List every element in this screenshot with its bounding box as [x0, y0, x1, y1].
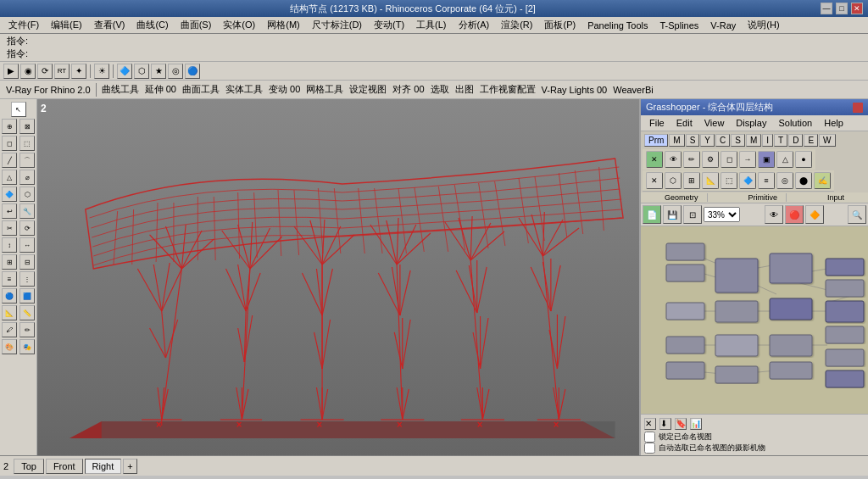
gh-tab-c1[interactable]: C: [715, 134, 730, 147]
tool-e2[interactable]: ⬡: [19, 187, 35, 202]
gh-tab-e1[interactable]: E: [804, 134, 818, 147]
menu-analyze[interactable]: 分析(A): [453, 17, 495, 33]
tool-d2[interactable]: ⌀: [19, 170, 35, 185]
tool-b1[interactable]: ◻: [2, 136, 17, 151]
tool-j2[interactable]: ⋮: [19, 271, 35, 287]
gh-node[interactable]: [826, 280, 864, 297]
gh-icon-pen[interactable]: ✏: [683, 151, 700, 168]
menu-help[interactable]: 说明(H): [743, 17, 784, 33]
menu-dim[interactable]: 尺寸标注(D): [307, 17, 367, 33]
tb-icon-9[interactable]: ◎: [168, 64, 183, 79]
gh-new-btn[interactable]: 📄: [643, 205, 661, 224]
tool-n1[interactable]: 🎨: [2, 339, 17, 354]
gh-node[interactable]: [715, 301, 758, 322]
menu-tsplines[interactable]: T-Splines: [655, 19, 704, 32]
menu-paneling[interactable]: Paneling Tools: [582, 19, 653, 32]
tb2-item-6[interactable]: 设定视图: [347, 83, 389, 96]
gh-search-btn[interactable]: 🔍: [848, 205, 866, 224]
tb2-item-4[interactable]: 变动 00: [266, 83, 303, 96]
gh-icon-tri[interactable]: △: [776, 151, 793, 168]
gh-zoom-extents-btn[interactable]: ⊡: [683, 205, 702, 224]
gh-preview-btn[interactable]: 👁: [765, 205, 783, 224]
tool-f2[interactable]: 🔧: [19, 203, 35, 219]
gh-menu-solution[interactable]: Solution: [773, 117, 817, 129]
gh-tab-w1[interactable]: W: [819, 134, 835, 147]
gh-lock-view-checkbox[interactable]: [644, 432, 655, 443]
gh-icon2-4[interactable]: 📐: [702, 172, 719, 189]
tb2-item-9[interactable]: 出图: [453, 83, 476, 96]
tb2-item-3[interactable]: 实体工具: [223, 83, 265, 96]
gh-node[interactable]: [715, 335, 758, 356]
gh-zoom-control[interactable]: 33%: [704, 207, 740, 222]
gh-status-btn3[interactable]: 🔖: [675, 418, 687, 430]
gh-tab-prm[interactable]: Prm: [644, 134, 668, 147]
tb-icon-10[interactable]: 🔵: [185, 64, 200, 79]
view-tab-top[interactable]: Top: [14, 459, 44, 474]
select-tool[interactable]: ↖: [11, 102, 26, 117]
gh-close-btn[interactable]: [853, 103, 863, 113]
tool-f1[interactable]: ↩: [2, 203, 17, 219]
tool-l1[interactable]: 📐: [2, 305, 17, 320]
gh-tab-m1[interactable]: M: [669, 134, 684, 147]
gh-icon2-7[interactable]: ≡: [758, 172, 775, 189]
gh-icon-cancel[interactable]: ✕: [646, 151, 663, 168]
gh-canvas[interactable]: [641, 226, 868, 414]
tool-e1[interactable]: 🔷: [2, 187, 17, 202]
menu-edit[interactable]: 编辑(E): [46, 17, 87, 33]
menu-panel[interactable]: 面板(P): [539, 17, 581, 33]
tb-icon-4[interactable]: RT: [54, 64, 70, 79]
gh-menu-display[interactable]: Display: [731, 117, 771, 129]
gh-tab-m2[interactable]: M: [746, 134, 761, 147]
gh-node[interactable]: [826, 301, 864, 322]
gh-icon2-3[interactable]: ⊞: [683, 172, 700, 189]
gh-node[interactable]: [666, 362, 704, 379]
add-view-tab-button[interactable]: +: [123, 459, 136, 474]
menu-surface[interactable]: 曲面(S): [175, 17, 217, 33]
gh-tab-i1[interactable]: I: [762, 134, 773, 147]
gh-tab-y1[interactable]: Y: [700, 134, 715, 147]
menu-transform[interactable]: 变动(T): [369, 17, 409, 33]
gh-node[interactable]: [666, 337, 704, 354]
tool-i2[interactable]: ⊟: [19, 254, 35, 270]
gh-icon2-6[interactable]: 🔷: [739, 172, 756, 189]
gh-bake-btn[interactable]: 🔶: [805, 205, 824, 224]
gh-node[interactable]: [770, 335, 812, 356]
tb-vray-icon[interactable]: ▶: [3, 64, 19, 79]
tool-g1[interactable]: ✂: [2, 220, 17, 236]
gh-status-btn1[interactable]: ✕: [644, 418, 656, 430]
tool-c2[interactable]: ⌒: [19, 153, 35, 168]
gh-node[interactable]: [770, 362, 812, 379]
minimize-button[interactable]: —: [821, 3, 832, 14]
gh-icon2-1[interactable]: ✕: [646, 172, 663, 189]
tool-k1[interactable]: 🔵: [2, 288, 17, 304]
gh-node[interactable]: [715, 366, 758, 383]
window-controls[interactable]: — □ ✕: [821, 3, 863, 14]
tb-icon-6[interactable]: 🔷: [117, 64, 132, 79]
tool-m1[interactable]: 🖊: [2, 322, 17, 337]
gh-tab-d1[interactable]: D: [788, 134, 803, 147]
tb2-item-5[interactable]: 网格工具: [303, 83, 346, 96]
gh-menu-help[interactable]: Help: [819, 117, 849, 129]
gh-save-btn[interactable]: 💾: [663, 205, 682, 224]
menu-vray[interactable]: V-Ray: [705, 19, 741, 32]
gh-node[interactable]: [826, 349, 864, 366]
gh-node[interactable]: [666, 243, 704, 260]
gh-node[interactable]: [826, 370, 864, 387]
gh-node[interactable]: [715, 259, 758, 292]
menu-file[interactable]: 文件(F): [3, 17, 44, 33]
menu-mesh[interactable]: 网格(M): [262, 17, 305, 33]
tb-icon-2[interactable]: ◉: [20, 64, 36, 79]
tb2-item-11[interactable]: V-Ray Lights 00: [539, 85, 610, 95]
tool-n2[interactable]: 🎭: [19, 339, 35, 354]
gh-tab-t1[interactable]: T: [774, 134, 787, 147]
tb2-item-1[interactable]: 延伸 00: [142, 83, 179, 96]
menu-solid[interactable]: 实体(O): [218, 17, 260, 33]
menu-tools[interactable]: 工具(L): [411, 17, 451, 33]
gh-node[interactable]: [666, 265, 704, 281]
close-button[interactable]: ✕: [851, 3, 863, 14]
gh-menu-file[interactable]: File: [644, 117, 670, 129]
tb2-item-7[interactable]: 对齐 00: [390, 83, 426, 96]
tool-g2[interactable]: ⟳: [19, 220, 35, 236]
tool-k2[interactable]: 🟦: [19, 288, 35, 304]
gh-icon-arrow[interactable]: →: [739, 151, 756, 168]
